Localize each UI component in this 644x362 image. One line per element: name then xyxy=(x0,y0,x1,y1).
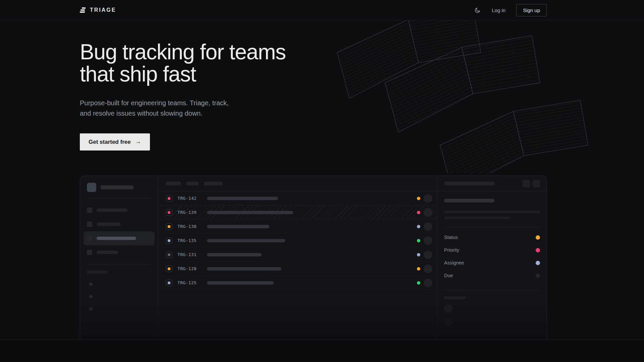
issue-type-icon xyxy=(166,209,172,216)
issue-id: TRG-138 xyxy=(177,224,203,229)
description-line-skeleton xyxy=(444,217,510,219)
nav-item-icon xyxy=(87,236,92,241)
assignee-avatar xyxy=(424,264,432,273)
issue-type-icon xyxy=(166,265,172,272)
issue-id: TRG-142 xyxy=(177,196,203,201)
issue-row[interactable]: TRG-131 xyxy=(158,248,437,262)
issue-title-skeleton xyxy=(207,239,285,242)
issue-type-icon xyxy=(166,223,172,230)
workspace-switcher-skeleton[interactable] xyxy=(87,183,151,192)
issue-type-icon xyxy=(166,237,172,244)
hero-heading: Bug tracking for teams that ship fast xyxy=(80,41,286,85)
project-dot[interactable] xyxy=(89,295,93,298)
issue-list-toolbar xyxy=(158,176,437,191)
detail-field-label: Status xyxy=(444,235,458,240)
sidebar-nav xyxy=(87,203,151,259)
status-dot xyxy=(417,225,420,228)
filter-pill-skeleton[interactable] xyxy=(186,182,199,185)
arrow-right-icon: → xyxy=(135,138,141,145)
issue-title-skeleton xyxy=(207,267,281,270)
issue-id: TRG-139 xyxy=(177,210,203,215)
project-dot[interactable] xyxy=(89,307,93,311)
issue-row[interactable]: TRG-139 xyxy=(158,205,437,220)
hero-heading-line1: Bug tracking for teams xyxy=(80,40,286,64)
issue-title-skeleton xyxy=(207,225,269,228)
get-started-button[interactable]: Get started free → xyxy=(80,133,150,150)
detail-divider xyxy=(444,290,540,290)
brand-logo-icon xyxy=(80,7,86,13)
hero-subtitle: Purpose-built for engineering teams. Tri… xyxy=(80,98,241,119)
nav-item-icon xyxy=(87,222,92,227)
issue-row[interactable]: TRG-135 xyxy=(158,234,437,248)
activity-label-skeleton xyxy=(444,296,466,299)
assignee-avatar xyxy=(424,236,432,245)
issue-id: TRG-135 xyxy=(177,238,203,243)
status-dot xyxy=(417,253,420,256)
nav-actions: Log in Sign up xyxy=(474,4,547,16)
detail-field-value-dot xyxy=(536,274,540,278)
hero-heading-line2: that ship fast xyxy=(80,62,196,86)
issue-row-meta xyxy=(417,194,432,203)
issue-row[interactable]: TRG-138 xyxy=(158,220,437,234)
detail-field-label: Priority xyxy=(444,247,459,253)
detail-field-row[interactable]: Assignee xyxy=(444,256,540,269)
issue-title-skeleton xyxy=(207,211,293,214)
issue-row[interactable]: TRG-142 xyxy=(158,191,437,205)
workspace-avatar xyxy=(87,183,96,192)
assignee-avatar xyxy=(424,222,432,231)
issue-row[interactable]: TRG-128 xyxy=(158,262,437,276)
nav-item-icon xyxy=(87,207,92,213)
sidebar-nav-item[interactable] xyxy=(84,231,155,245)
detail-field-value-dot xyxy=(536,261,540,265)
comment-avatar-skeleton xyxy=(444,318,452,327)
issue-row-meta xyxy=(417,222,432,231)
detail-header-skeleton xyxy=(444,182,494,185)
sidebar-nav-item[interactable] xyxy=(84,203,155,217)
issue-id: TRG-128 xyxy=(177,266,203,271)
issue-row-meta xyxy=(417,264,432,273)
issue-rows: TRG-142 TRG-139 TRG-138 TRG-135 xyxy=(158,191,437,290)
issue-detail-panel: Status Priority Assignee Due xyxy=(437,176,547,340)
issue-title-skeleton xyxy=(207,253,262,256)
detail-action-button[interactable] xyxy=(523,180,530,187)
sidebar-project-dots xyxy=(87,283,151,311)
detail-field-value-dot xyxy=(536,248,540,252)
footer-band xyxy=(0,340,644,362)
sidebar-nav-item[interactable] xyxy=(84,245,155,259)
issue-type-icon xyxy=(166,251,172,258)
comment-avatar-skeleton xyxy=(444,305,452,313)
description-line-skeleton xyxy=(444,210,540,213)
status-dot xyxy=(417,211,420,214)
detail-field-row[interactable]: Status xyxy=(444,231,540,244)
assignee-avatar xyxy=(424,250,432,259)
detail-panel-body: Status Priority Assignee Due xyxy=(437,191,547,334)
issue-title-skeleton xyxy=(207,197,278,200)
product-mockup: TRG-142 TRG-139 TRG-138 TRG-135 xyxy=(80,176,547,340)
filter-pill-skeleton[interactable] xyxy=(166,182,181,185)
detail-action-button[interactable] xyxy=(533,180,540,187)
filter-pill-skeleton[interactable] xyxy=(204,182,223,185)
detail-field-row[interactable]: Priority xyxy=(444,244,540,256)
nav-item-label-skeleton xyxy=(97,251,118,254)
brand[interactable]: TRIAGE xyxy=(80,7,116,13)
issue-id: TRG-125 xyxy=(177,280,203,285)
issue-id: TRG-131 xyxy=(177,252,203,257)
theme-toggle-moon-icon[interactable] xyxy=(474,6,481,14)
login-link[interactable]: Log in xyxy=(492,7,505,13)
detail-panel-header xyxy=(437,176,547,191)
wireframe-decoration xyxy=(319,20,604,173)
issue-list-panel: TRG-142 TRG-139 TRG-138 TRG-135 xyxy=(158,176,437,340)
status-dot xyxy=(417,197,420,200)
detail-field-label: Assignee xyxy=(444,260,464,265)
top-nav: TRIAGE Log in Sign up xyxy=(0,0,644,20)
nav-item-icon xyxy=(87,250,92,255)
detail-field-row[interactable]: Due xyxy=(444,269,540,282)
signup-button[interactable]: Sign up xyxy=(516,4,547,16)
project-dot[interactable] xyxy=(89,283,93,286)
sidebar-nav-item[interactable] xyxy=(84,217,155,231)
issue-row-meta xyxy=(417,250,432,259)
issue-row[interactable]: TRG-125 xyxy=(158,276,437,290)
issue-row-meta xyxy=(417,208,432,217)
detail-field-label: Due xyxy=(444,273,453,278)
nav-item-label-skeleton xyxy=(97,223,121,226)
